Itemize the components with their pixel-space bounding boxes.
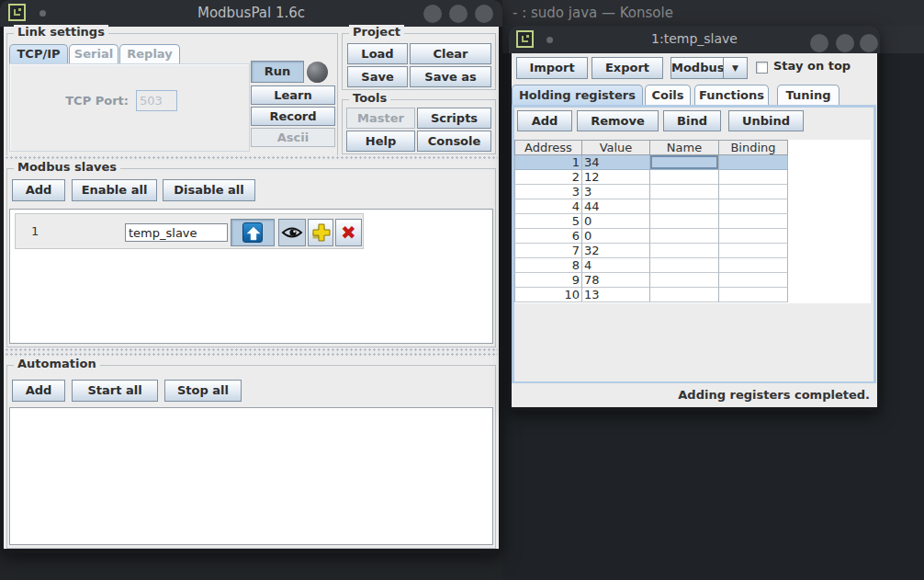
cell-name[interactable] — [650, 288, 719, 302]
cell-address[interactable]: 7 — [514, 244, 582, 258]
cell-binding[interactable] — [719, 258, 788, 273]
slave-name-input[interactable] — [125, 223, 228, 242]
help-button[interactable]: Help — [346, 131, 415, 152]
cell-name[interactable] — [650, 199, 719, 214]
cell-address[interactable]: 3 — [514, 185, 582, 199]
cell-value[interactable]: 78 — [582, 273, 650, 288]
enable-all-button[interactable]: Enable all — [72, 179, 157, 201]
registers-table-viewport[interactable]: Address Value Name Binding 1342123344450… — [514, 140, 871, 381]
tools-title: Tools — [349, 91, 390, 105]
run-button[interactable]: Run — [251, 61, 304, 83]
cell-binding[interactable] — [719, 170, 788, 185]
load-button[interactable]: Load — [347, 43, 408, 64]
cell-address[interactable]: 4 — [514, 199, 582, 214]
add-register-button[interactable]: Add — [517, 110, 572, 131]
bind-button[interactable]: Bind — [663, 110, 721, 131]
table-row[interactable]: 60 — [514, 229, 788, 244]
cell-value[interactable]: 32 — [582, 244, 650, 258]
konsole-titlebar[interactable]: - : sudo java — Konsole — [502, 0, 924, 26]
table-row[interactable]: 134 — [514, 155, 788, 170]
cell-binding[interactable] — [719, 244, 788, 258]
learn-button[interactable]: Learn — [251, 85, 335, 105]
cell-binding[interactable] — [719, 199, 788, 214]
stop-all-button[interactable]: Stop all — [164, 380, 242, 402]
chevron-down-icon: ▼ — [723, 58, 747, 78]
record-button[interactable]: Record — [251, 107, 335, 126]
cell-binding[interactable] — [719, 273, 788, 288]
cell-address[interactable]: 9 — [514, 273, 582, 288]
cell-name[interactable] — [650, 155, 719, 170]
tab-tuning[interactable]: Tuning — [777, 85, 839, 105]
console-button[interactable]: Console — [417, 131, 491, 152]
modbus-mode-dropdown[interactable]: Modbus ▼ — [670, 57, 748, 79]
table-row[interactable]: 84 — [514, 258, 788, 273]
cell-binding[interactable] — [719, 229, 788, 244]
column-header-binding[interactable]: Binding — [719, 140, 788, 155]
save-button[interactable]: Save — [347, 66, 408, 87]
slave-list: 1 — [9, 209, 493, 344]
cell-value[interactable]: 0 — [582, 214, 650, 229]
export-button[interactable]: Export — [592, 57, 663, 79]
unbind-button[interactable]: Unbind — [728, 110, 804, 131]
save-as-button[interactable]: Save as — [410, 66, 491, 87]
slave-duplicate-button[interactable] — [308, 219, 333, 246]
tcp-port-input[interactable] — [136, 90, 177, 111]
modbus-slaves-title: Modbus slaves — [14, 160, 120, 174]
cell-name[interactable] — [650, 229, 719, 244]
cell-name[interactable] — [650, 185, 719, 199]
cell-name[interactable] — [650, 258, 719, 273]
import-button[interactable]: Import — [516, 57, 588, 79]
cell-binding[interactable] — [719, 288, 788, 302]
slave-enable-toggle[interactable] — [231, 219, 275, 246]
cell-address[interactable]: 5 — [514, 214, 582, 229]
remove-register-button[interactable]: Remove — [577, 110, 659, 131]
column-header-address[interactable]: Address — [514, 140, 582, 155]
cell-address[interactable]: 8 — [514, 258, 582, 273]
cell-address[interactable]: 1 — [514, 155, 582, 170]
tab-holding-registers[interactable]: Holding registers — [512, 85, 643, 105]
stay-on-top-checkbox[interactable] — [756, 62, 768, 74]
cell-value[interactable]: 13 — [582, 288, 650, 302]
table-row[interactable]: 50 — [514, 214, 788, 229]
disable-all-button[interactable]: Disable all — [163, 179, 255, 201]
column-header-name[interactable]: Name — [650, 140, 719, 155]
tab-replay[interactable]: Replay — [119, 44, 180, 63]
cell-value[interactable]: 3 — [582, 185, 650, 199]
column-header-value[interactable]: Value — [582, 140, 650, 155]
add-automation-button[interactable]: Add — [12, 380, 65, 402]
table-row[interactable]: 732 — [514, 244, 788, 258]
scripts-button[interactable]: Scripts — [417, 108, 491, 129]
cell-value[interactable]: 0 — [582, 229, 650, 244]
slave-id: 1 — [31, 224, 39, 238]
table-row[interactable]: 1013 — [514, 288, 788, 302]
cell-value[interactable]: 34 — [582, 155, 650, 170]
cell-value[interactable]: 44 — [582, 199, 650, 214]
cell-name[interactable] — [650, 170, 719, 185]
tab-functions[interactable]: Functions — [694, 85, 769, 105]
cell-name[interactable] — [650, 273, 719, 288]
cell-name[interactable] — [650, 214, 719, 229]
table-row[interactable]: 212 — [514, 170, 788, 185]
start-all-button[interactable]: Start all — [72, 380, 158, 402]
splitter-handle-2[interactable] — [5, 347, 498, 357]
cell-address[interactable]: 2 — [514, 170, 582, 185]
cell-value[interactable]: 12 — [582, 170, 650, 185]
cell-binding[interactable] — [719, 185, 788, 199]
cell-address[interactable]: 10 — [514, 288, 582, 302]
cell-binding[interactable] — [719, 155, 788, 170]
table-row[interactable]: 978 — [514, 273, 788, 288]
tab-coils[interactable]: Coils — [645, 85, 691, 105]
status-bar: Adding registers completed. — [512, 383, 876, 407]
clear-button[interactable]: Clear — [410, 43, 491, 64]
cell-value[interactable]: 4 — [582, 258, 650, 273]
slave-view-button[interactable] — [278, 219, 306, 246]
table-row[interactable]: 33 — [514, 185, 788, 199]
slave-delete-button[interactable]: ✖ — [335, 219, 362, 246]
cell-address[interactable]: 6 — [514, 229, 582, 244]
tab-tcpip[interactable]: TCP/IP — [9, 44, 68, 63]
table-row[interactable]: 444 — [514, 199, 788, 214]
cell-name[interactable] — [650, 244, 719, 258]
tab-serial[interactable]: Serial — [69, 44, 118, 63]
add-slave-button[interactable]: Add — [12, 179, 65, 201]
cell-binding[interactable] — [719, 214, 788, 229]
